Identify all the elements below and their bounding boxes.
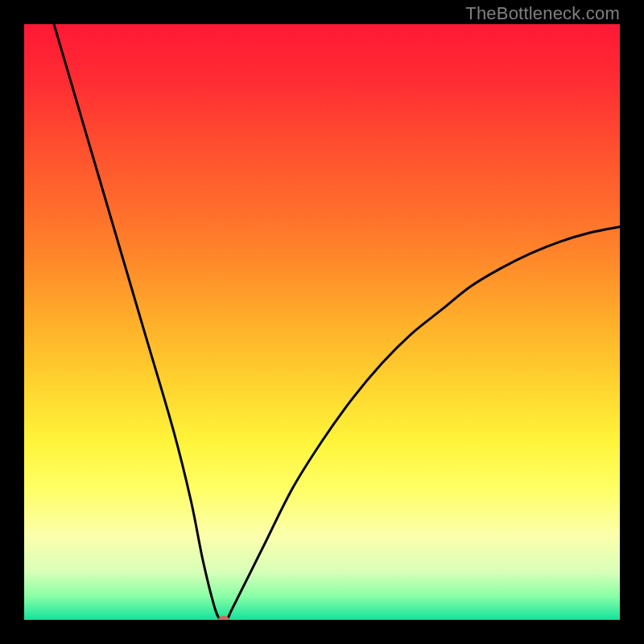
bottleneck-chart [24,24,620,620]
chart-background [24,24,620,620]
attribution-label: TheBottleneck.com [465,3,620,24]
chart-stage: TheBottleneck.com [0,0,644,644]
